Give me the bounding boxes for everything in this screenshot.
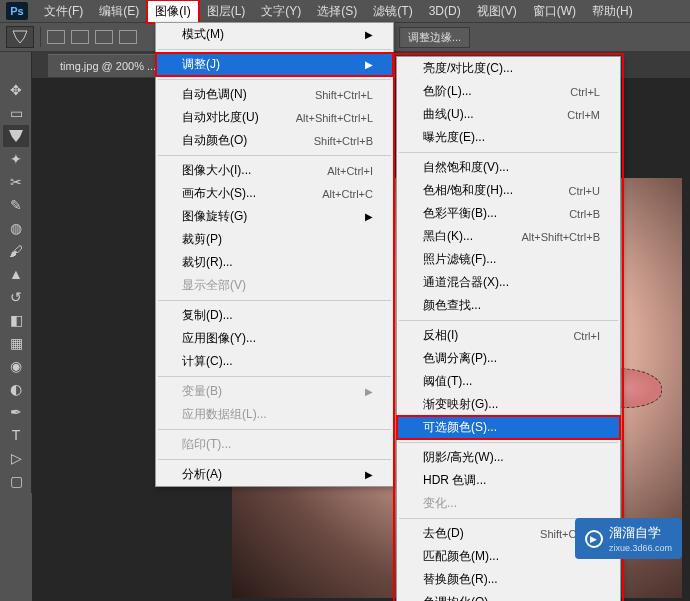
- submenu-arrow-icon: ▶: [365, 59, 373, 70]
- submenu-arrow-icon: ▶: [365, 29, 373, 40]
- menu-curves[interactable]: 曲线(U)...Ctrl+M: [397, 103, 620, 126]
- menu-help[interactable]: 帮助(H): [584, 0, 641, 23]
- menu-image-size[interactable]: 图像大小(I)...Alt+Ctrl+I: [156, 159, 393, 182]
- menu-reveal-all: 显示全部(V): [156, 274, 393, 297]
- history-brush-tool[interactable]: ↺: [3, 286, 29, 308]
- menu-separator: [158, 79, 391, 80]
- menu-edit[interactable]: 编辑(E): [91, 0, 147, 23]
- menu-crop[interactable]: 裁剪(P): [156, 228, 393, 251]
- refine-edge-button[interactable]: 调整边缘...: [399, 27, 470, 48]
- menu-black-white[interactable]: 黑白(K)...Alt+Shift+Ctrl+B: [397, 225, 620, 248]
- menu-type[interactable]: 文字(Y): [253, 0, 309, 23]
- menu-posterize[interactable]: 色调分离(P)...: [397, 347, 620, 370]
- menu-channel-mixer[interactable]: 通道混合器(X)...: [397, 271, 620, 294]
- menu-levels[interactable]: 色阶(L)...Ctrl+L: [397, 80, 620, 103]
- menu-separator: [158, 155, 391, 156]
- menu-separator: [158, 376, 391, 377]
- menu-hdr-toning[interactable]: HDR 色调...: [397, 469, 620, 492]
- menu-window[interactable]: 窗口(W): [525, 0, 584, 23]
- move-tool[interactable]: ✥: [3, 79, 29, 101]
- submenu-arrow-icon: ▶: [365, 211, 373, 222]
- opt-mode-box-2[interactable]: [71, 30, 89, 44]
- menu-variables: 变量(B)▶: [156, 380, 393, 403]
- menu-color-balance[interactable]: 色彩平衡(B)...Ctrl+B: [397, 202, 620, 225]
- menu-vibrance[interactable]: 自然饱和度(V)...: [397, 156, 620, 179]
- submenu-arrow-icon: ▶: [365, 469, 373, 480]
- opt-mode-box-4[interactable]: [119, 30, 137, 44]
- menubar: Ps 文件(F) 编辑(E) 图像(I) 图层(L) 文字(Y) 选择(S) 滤…: [0, 0, 690, 22]
- shape-tool[interactable]: ▢: [3, 470, 29, 492]
- menu-separator: [158, 459, 391, 460]
- menu-auto-tone[interactable]: 自动色调(N)Shift+Ctrl+L: [156, 83, 393, 106]
- toolbox: ✥ ▭ ✦ ✂ ✎ ◍ 🖌 ▲ ↺ ◧ ▦ ◉ ◐ ✒ T ▷ ▢: [0, 52, 32, 493]
- eraser-tool[interactable]: ◧: [3, 309, 29, 331]
- menu-threshold[interactable]: 阈值(T)...: [397, 370, 620, 393]
- menu-calculations[interactable]: 计算(C)...: [156, 350, 393, 373]
- menu-filter[interactable]: 滤镜(T): [365, 0, 420, 23]
- menu-selective-color[interactable]: 可选颜色(S)...: [397, 416, 620, 439]
- menu-gradient-map[interactable]: 渐变映射(G)...: [397, 393, 620, 416]
- menu-exposure[interactable]: 曝光度(E)...: [397, 126, 620, 149]
- separator: [40, 27, 41, 47]
- dodge-tool[interactable]: ◐: [3, 378, 29, 400]
- menu-separator: [158, 300, 391, 301]
- opt-mode-box-3[interactable]: [95, 30, 113, 44]
- crop-tool[interactable]: ✂: [3, 171, 29, 193]
- menu-separator: [399, 320, 618, 321]
- menu-variations: 变化...: [397, 492, 620, 515]
- marquee-tool[interactable]: ▭: [3, 102, 29, 124]
- menu-select[interactable]: 选择(S): [309, 0, 365, 23]
- current-tool-icon[interactable]: [6, 26, 34, 48]
- play-icon: ▶: [585, 530, 603, 548]
- menu-trap: 陷印(T)...: [156, 433, 393, 456]
- menu-layer[interactable]: 图层(L): [199, 0, 254, 23]
- menu-mode[interactable]: 模式(M)▶: [156, 23, 393, 46]
- menu-apply-image[interactable]: 应用图像(Y)...: [156, 327, 393, 350]
- menu-canvas-size[interactable]: 画布大小(S)...Alt+Ctrl+C: [156, 182, 393, 205]
- blur-tool[interactable]: ◉: [3, 355, 29, 377]
- menu-image[interactable]: 图像(I): [147, 0, 198, 23]
- menu-color-lookup[interactable]: 颜色查找...: [397, 294, 620, 317]
- menu-auto-color[interactable]: 自动颜色(O)Shift+Ctrl+B: [156, 129, 393, 152]
- menu-brightness-contrast[interactable]: 亮度/对比度(C)...: [397, 57, 620, 80]
- image-menu-dropdown: 模式(M)▶ 调整(J)▶ 自动色调(N)Shift+Ctrl+L 自动对比度(…: [155, 22, 394, 487]
- type-tool[interactable]: T: [3, 424, 29, 446]
- menu-invert[interactable]: 反相(I)Ctrl+I: [397, 324, 620, 347]
- stamp-tool[interactable]: ▲: [3, 263, 29, 285]
- eyedropper-tool[interactable]: ✎: [3, 194, 29, 216]
- wand-tool[interactable]: ✦: [3, 148, 29, 170]
- menu-separator: [158, 429, 391, 430]
- menu-separator: [399, 442, 618, 443]
- brush-tool[interactable]: 🖌: [3, 240, 29, 262]
- menu-image-rotation[interactable]: 图像旋转(G)▶: [156, 205, 393, 228]
- menu-file[interactable]: 文件(F): [36, 0, 91, 23]
- menu-photo-filter[interactable]: 照片滤镜(F)...: [397, 248, 620, 271]
- healing-tool[interactable]: ◍: [3, 217, 29, 239]
- menu-hue-saturation[interactable]: 色相/饱和度(H)...Ctrl+U: [397, 179, 620, 202]
- menu-trim[interactable]: 裁切(R)...: [156, 251, 393, 274]
- path-tool[interactable]: ▷: [3, 447, 29, 469]
- watermark-url: zixue.3d66.com: [609, 543, 672, 553]
- menu-apply-dataset: 应用数据组(L)...: [156, 403, 393, 426]
- lasso-tool[interactable]: [3, 125, 29, 147]
- menu-view[interactable]: 视图(V): [469, 0, 525, 23]
- menu-3d[interactable]: 3D(D): [421, 1, 469, 21]
- gradient-tool[interactable]: ▦: [3, 332, 29, 354]
- ps-logo: Ps: [6, 2, 28, 20]
- watermark-badge: ▶ 溜溜自学 zixue.3d66.com: [575, 518, 682, 559]
- submenu-arrow-icon: ▶: [365, 386, 373, 397]
- menu-auto-contrast[interactable]: 自动对比度(U)Alt+Shift+Ctrl+L: [156, 106, 393, 129]
- pen-tool[interactable]: ✒: [3, 401, 29, 423]
- menu-adjustments[interactable]: 调整(J)▶: [156, 53, 393, 76]
- menu-analysis[interactable]: 分析(A)▶: [156, 463, 393, 486]
- menu-separator: [158, 49, 391, 50]
- menu-equalize[interactable]: 色调均化(Q)...: [397, 591, 620, 601]
- opt-mode-box-1[interactable]: [47, 30, 65, 44]
- menu-replace-color[interactable]: 替换颜色(R)...: [397, 568, 620, 591]
- menu-separator: [399, 152, 618, 153]
- menu-shadows-highlights[interactable]: 阴影/高光(W)...: [397, 446, 620, 469]
- watermark-brand: 溜溜自学: [609, 524, 672, 542]
- document-tab[interactable]: timg.jpg @ 200% ...: [48, 54, 168, 77]
- menu-duplicate[interactable]: 复制(D)...: [156, 304, 393, 327]
